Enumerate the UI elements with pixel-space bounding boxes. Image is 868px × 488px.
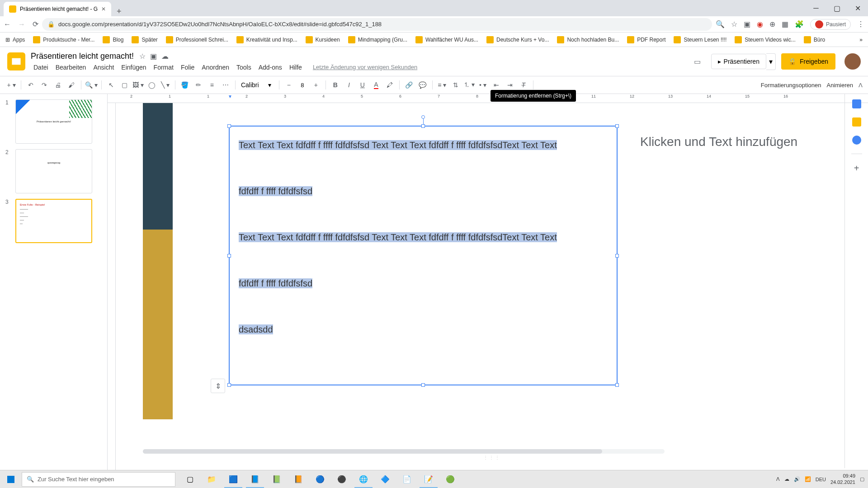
horizontal-ruler[interactable]: 2112345678910111213141516 — [108, 94, 868, 103]
font-size-input[interactable]: 8 — [296, 82, 309, 89]
maximize-icon[interactable]: ▢ — [826, 0, 847, 16]
scrollbar-thumb[interactable] — [143, 449, 602, 454]
decrease-indent-icon[interactable]: ⇤ — [491, 79, 502, 91]
bookmark-item[interactable]: Mindmapping (Gru... — [348, 36, 407, 43]
slide-thumbnail-2[interactable]: qowegwog — [15, 149, 92, 193]
edge-icon[interactable]: 🔷 — [374, 470, 396, 488]
text-color-icon[interactable]: A — [370, 79, 382, 91]
bookmark-item[interactable]: PDF Report — [627, 36, 665, 43]
move-icon[interactable]: ▣ — [150, 52, 157, 61]
menu-tools[interactable]: Tools — [234, 63, 254, 72]
url-input[interactable]: 🔒 docs.google.com/presentation/d/1yV372S… — [42, 18, 712, 31]
app-icon[interactable]: 🔵 — [309, 470, 331, 488]
notification-icon[interactable]: ▢ — [860, 476, 864, 482]
profile-paused[interactable]: Pausiert — [810, 19, 851, 30]
increase-indent-icon[interactable]: ⇥ — [504, 79, 516, 91]
font-select[interactable]: Calibri ▾ — [239, 81, 275, 89]
powerpoint-icon[interactable]: 📙 — [288, 470, 309, 488]
bold-icon[interactable]: B — [330, 79, 341, 91]
link-icon[interactable]: 🔗 — [403, 79, 415, 91]
resize-handle-w[interactable] — [227, 254, 231, 258]
share-button[interactable]: 🔒 Freigeben — [781, 53, 835, 70]
obs-icon[interactable]: ⚫ — [331, 470, 353, 488]
fill-color-icon[interactable]: 🪣 — [179, 79, 191, 91]
last-edit-link[interactable]: Letzte Änderung vor wenigen Sekunden — [310, 63, 420, 72]
rotate-handle[interactable] — [421, 115, 425, 119]
task-view-icon[interactable]: ▢ — [179, 470, 201, 488]
app-icon[interactable]: 🟦 — [222, 470, 244, 488]
keep-icon[interactable] — [852, 117, 861, 127]
bookmark-item[interactable]: Noch hochladen Bu... — [557, 36, 619, 43]
star-icon[interactable]: ☆ — [731, 20, 737, 28]
spotify-icon[interactable]: 🟢 — [439, 470, 461, 488]
tray-expand-icon[interactable]: ᐱ — [776, 476, 780, 482]
text-content[interactable]: Text Text Text fdfdff f ffff fdfdfsfsd T… — [230, 127, 617, 348]
border-dash-icon[interactable]: ⋯ — [220, 79, 231, 91]
border-color-icon[interactable]: ✏ — [193, 79, 204, 91]
volume-icon[interactable]: 🔊 — [794, 476, 800, 482]
line-icon[interactable]: ╲ ▾ — [160, 79, 171, 91]
document-title[interactable]: Präsentieren leicht gemacht! — [31, 52, 134, 61]
bookmark-item[interactable]: Kursideen — [306, 36, 340, 43]
shape-icon[interactable]: ◯ — [146, 79, 158, 91]
browser-tab[interactable]: Präsentieren leicht gemacht! - G ✕ — [4, 2, 111, 16]
bookmark-item[interactable]: Blog — [103, 36, 123, 43]
border-weight-icon[interactable]: ≡ — [206, 79, 218, 91]
present-button[interactable]: ▸ Präsentieren — [711, 54, 766, 69]
format-options-button[interactable]: Formatierungsoptionen — [761, 82, 821, 89]
highlight-icon[interactable]: 🖍 — [384, 79, 396, 91]
italic-icon[interactable]: I — [343, 79, 355, 91]
bulleted-list-icon[interactable]: • ▾ — [477, 79, 489, 91]
cloud-status-icon[interactable]: ☁ — [161, 52, 169, 61]
extension-icon-2[interactable]: ⊕ — [769, 20, 775, 28]
excel-icon[interactable]: 📗 — [266, 470, 288, 488]
horizontal-scrollbar[interactable] — [143, 449, 665, 454]
resize-handle-n[interactable] — [421, 124, 425, 128]
underline-icon[interactable]: U — [357, 79, 368, 91]
bookmark-item[interactable]: Büro — [804, 36, 825, 43]
bookmark-item[interactable]: Kreativität und Insp... — [236, 36, 297, 43]
bookmark-item[interactable]: Professionell Schrei... — [166, 36, 228, 43]
word-icon[interactable]: 📘 — [244, 470, 266, 488]
forward-icon[interactable]: → — [18, 20, 25, 28]
autofit-icon[interactable]: ⇕ — [211, 379, 225, 393]
start-button[interactable] — [0, 470, 22, 488]
bookmarks-overflow-icon[interactable]: » — [859, 37, 863, 43]
explorer-icon[interactable]: 📁 — [201, 470, 222, 488]
menu-format[interactable]: Format — [151, 63, 176, 72]
close-window-icon[interactable]: ✕ — [847, 0, 868, 16]
bookmark-item[interactable]: Später — [132, 36, 157, 43]
indent-marker[interactable] — [228, 94, 233, 101]
notepad-icon[interactable]: 📝 — [418, 470, 439, 488]
clock[interactable]: 09:49 24.02.2021 — [830, 473, 855, 485]
menu-addons[interactable]: Add-ons — [256, 63, 285, 72]
apps-bookmark[interactable]: ⊞Apps — [5, 37, 25, 43]
menu-folie[interactable]: Folie — [178, 63, 197, 72]
menu-bearbeiten[interactable]: Bearbeiten — [53, 63, 89, 72]
collapse-toolbar-icon[interactable]: ᐱ — [859, 82, 863, 89]
language-indicator[interactable]: DEU — [816, 477, 826, 482]
present-dropdown[interactable]: ▾ — [766, 53, 776, 70]
menu-einfuegen[interactable]: Einfügen — [118, 63, 149, 72]
bookmark-item[interactable]: Steuern Lesen !!!! — [674, 36, 726, 43]
comment-history-icon[interactable]: ▭ — [689, 53, 706, 70]
slides-logo[interactable] — [7, 52, 25, 70]
animate-button[interactable]: Animieren — [826, 82, 853, 89]
text-box-selected[interactable]: Text Text Text fdfdff f ffff fdfdfsfsd T… — [229, 126, 618, 385]
resize-handle-sw[interactable] — [227, 383, 231, 387]
star-icon[interactable]: ☆ — [139, 52, 146, 61]
bookmark-item[interactable]: Deutsche Kurs + Vo... — [486, 36, 549, 43]
menu-hilfe[interactable]: Hilfe — [287, 63, 305, 72]
comment-icon[interactable]: 💬 — [417, 79, 429, 91]
chrome-icon[interactable]: 🌐 — [353, 470, 374, 488]
minimize-icon[interactable]: ─ — [806, 0, 826, 16]
app-icon[interactable]: 📄 — [396, 470, 418, 488]
menu-icon[interactable]: ⋮ — [857, 20, 864, 28]
resize-handle-se[interactable] — [615, 383, 619, 387]
numbered-list-icon[interactable]: ⒈ ▾ — [463, 79, 475, 91]
line-spacing-icon[interactable]: ⇅ — [450, 79, 462, 91]
wifi-icon[interactable]: 📶 — [805, 476, 811, 482]
close-tab-icon[interactable]: ✕ — [101, 6, 106, 12]
align-icon[interactable]: ≡ ▾ — [436, 79, 448, 91]
back-icon[interactable]: ← — [4, 20, 11, 28]
